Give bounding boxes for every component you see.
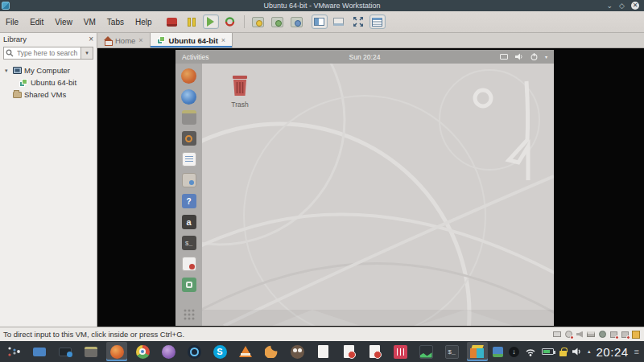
dock-icon-rhythmbox[interactable]	[181, 130, 197, 146]
sound-icon[interactable]	[575, 330, 584, 339]
updater-icon[interactable]: ↓	[509, 347, 519, 357]
app-launcher-button[interactable]	[3, 342, 24, 361]
dock-icon-libreoffice-document[interactable]	[181, 256, 197, 272]
trash-desktop-icon[interactable]: Trash	[222, 75, 258, 109]
printer-icon[interactable]	[586, 330, 596, 339]
package-updates-icon[interactable]	[493, 347, 503, 357]
tab-home[interactable]: Home ×	[97, 33, 150, 47]
close-icon[interactable]: ✕	[631, 2, 639, 10]
menu-view[interactable]: View	[49, 15, 78, 29]
tree-item-my-computer[interactable]: ▾ My Computer	[0, 64, 97, 76]
search-dropdown-button[interactable]: ▾	[81, 47, 93, 60]
taskbar-item-terminal[interactable]: $_	[441, 342, 462, 361]
library-close-icon[interactable]: ×	[89, 35, 93, 43]
taskbar-item-remote-screen[interactable]	[55, 342, 76, 361]
usb-device-icon[interactable]	[620, 330, 630, 339]
taskbar-item-vlc[interactable]	[235, 342, 256, 361]
ubuntu-software-icon	[182, 173, 196, 187]
tree-item-shared-vms[interactable]: Shared VMs	[0, 88, 97, 101]
dock-icon-terminal[interactable]: $_	[181, 235, 197, 251]
hard-disk-icon[interactable]	[552, 330, 562, 339]
tab-close-icon[interactable]: ×	[138, 36, 142, 44]
dock-icon-ubuntu-software[interactable]	[181, 172, 197, 188]
dock-icon-libreoffice-writer[interactable]	[181, 151, 197, 167]
taskbar-item-file-archive[interactable]	[80, 342, 101, 361]
chevron-down-icon[interactable]: ▾	[545, 54, 547, 60]
taskbar-item-steam[interactable]	[184, 342, 204, 361]
console-view-icon	[314, 18, 324, 26]
console-view-button[interactable]	[312, 14, 328, 29]
toolbar-separator	[244, 15, 245, 28]
thunderbird-icon	[181, 89, 196, 105]
reset-button[interactable]	[222, 14, 238, 29]
show-applications-button[interactable]	[181, 306, 197, 323]
usb-device-icon[interactable]	[609, 330, 618, 339]
skype-icon: S	[213, 345, 227, 359]
taskbar-item-document-record[interactable]	[364, 342, 385, 361]
gnome-top-bar: Activities Sun 20:24 ▾	[175, 50, 554, 64]
search-input[interactable]	[3, 47, 81, 60]
taskbar-item-web-browser[interactable]	[158, 342, 179, 361]
snapshot-manager-button[interactable]	[289, 14, 305, 29]
power-icon[interactable]	[530, 53, 538, 60]
menu-edit[interactable]: Edit	[24, 15, 49, 29]
taskbar-clock[interactable]: 20:24	[597, 345, 629, 359]
revert-snapshot-button[interactable]	[270, 14, 286, 29]
suspend-button[interactable]	[184, 14, 200, 29]
menu-file[interactable]: File	[0, 15, 24, 29]
vmware-logo-icon	[2, 2, 10, 10]
dock-icon-software-updater[interactable]	[181, 277, 197, 293]
library-toggle-button[interactable]	[369, 14, 386, 29]
activities-button[interactable]: Activities	[175, 53, 209, 61]
vm-console[interactable]: Activities Sun 20:24 ▾	[97, 48, 644, 327]
panel-menu-icon[interactable]: ≡	[634, 347, 639, 356]
screen-icon[interactable]	[500, 54, 508, 60]
expand-tray-icon[interactable]: ▴	[588, 348, 591, 355]
message-log-icon[interactable]	[631, 330, 641, 339]
menu-help[interactable]: Help	[130, 15, 158, 29]
take-snapshot-button[interactable]	[250, 14, 266, 29]
battery-icon[interactable]	[542, 348, 554, 355]
dock-icon-files[interactable]	[181, 109, 197, 125]
taskbar-item-firefox[interactable]	[106, 342, 127, 361]
dock-icon-thunderbird[interactable]	[181, 88, 197, 105]
tree-item-ubuntu-vm[interactable]: Ubuntu 64-bit	[0, 76, 97, 88]
dock-icon-help[interactable]: ?	[181, 193, 197, 209]
menu-vm[interactable]: VM	[78, 15, 101, 29]
tab-close-icon[interactable]: ×	[221, 36, 225, 44]
unity-view-button[interactable]	[331, 14, 347, 29]
fullscreen-button[interactable]	[350, 14, 366, 29]
menu-tabs[interactable]: Tabs	[101, 15, 130, 29]
taskbar-item-skype[interactable]: S	[209, 342, 230, 361]
dock-icon-amazon[interactable]: a	[181, 214, 197, 230]
tree-label: Shared VMs	[24, 90, 66, 99]
tab-ubuntu-64-bit[interactable]: Ubuntu 64-bit ×	[150, 33, 233, 47]
power-off-button[interactable]	[164, 14, 180, 29]
volume-icon[interactable]	[572, 348, 582, 356]
taskbar-item-document-blocked[interactable]	[338, 342, 359, 361]
wifi-icon[interactable]	[525, 348, 536, 356]
taskbar-item-system-monitor[interactable]	[415, 342, 436, 361]
taskbar-item-audio-mixer[interactable]	[390, 342, 411, 361]
gnome-desktop[interactable]: ? a $_	[175, 64, 554, 326]
minimize-icon[interactable]: ⌄	[607, 2, 613, 10]
trash-icon	[229, 75, 250, 97]
network-icon[interactable]	[597, 330, 607, 339]
taskbar-item-crescent-app[interactable]	[261, 342, 282, 361]
taskbar-item-chrome[interactable]	[132, 342, 153, 361]
taskbar-item-show-desktop[interactable]	[29, 342, 50, 361]
lock-icon[interactable]	[559, 351, 567, 356]
dock-icon-firefox[interactable]	[181, 68, 197, 84]
taskbar-item-document[interactable]	[312, 342, 333, 361]
cd-rom-icon[interactable]	[564, 330, 573, 339]
chrome-icon	[136, 345, 150, 359]
gnome-clock[interactable]: Sun 20:24	[175, 53, 554, 61]
taskbar-item-vmware[interactable]	[467, 342, 488, 361]
taskbar-item-gimp[interactable]	[287, 342, 308, 361]
volume-icon[interactable]	[515, 53, 523, 60]
maximize-icon[interactable]: ◇	[619, 2, 625, 10]
power-on-button[interactable]	[203, 14, 219, 29]
expander-icon[interactable]: ▾	[5, 68, 10, 74]
library-title: Library	[3, 35, 27, 43]
vm-display[interactable]: Activities Sun 20:24 ▾	[175, 50, 554, 326]
